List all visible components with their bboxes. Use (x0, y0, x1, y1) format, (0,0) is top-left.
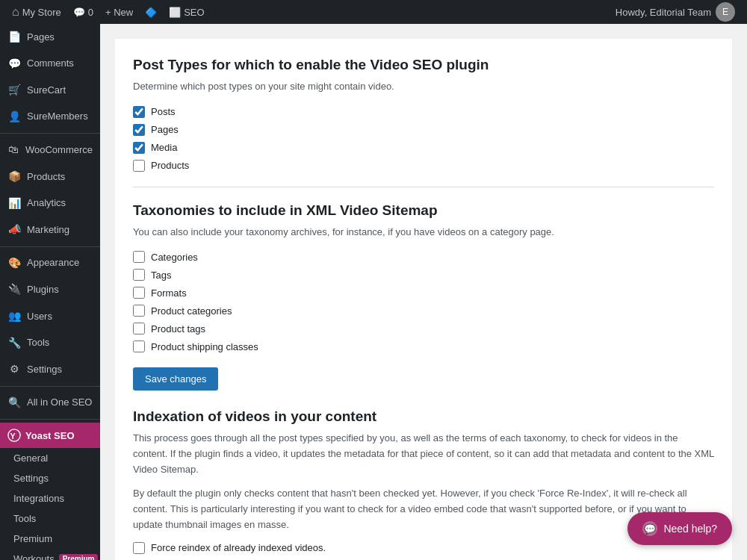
submenu-integrations[interactable]: Integrations (0, 488, 100, 508)
submenu-label: Tools (13, 513, 36, 524)
submenu-tools[interactable]: Tools (0, 508, 100, 529)
section-divider1 (133, 187, 714, 187)
suremembers-icon: 👤 (7, 110, 21, 125)
sidebar-item-appearance[interactable]: 🎨 Appearance (0, 250, 100, 277)
sidebar-label: SureMembers (27, 110, 88, 123)
checkbox-media-input[interactable] (133, 142, 145, 154)
checkbox-products[interactable]: Products (133, 160, 714, 172)
checkbox-formats[interactable]: Formats (133, 287, 714, 299)
sidebar-item-tools[interactable]: 🔧 Tools (0, 330, 100, 357)
save-changes-button[interactable]: Save changes (133, 367, 218, 391)
checkbox-media[interactable]: Media (133, 142, 714, 154)
submenu-label: Settings (13, 473, 49, 484)
sidebar-item-analytics[interactable]: 📊 Analytics (0, 190, 100, 217)
checkbox-posts-input[interactable] (133, 106, 145, 118)
sidebar-label: Users (27, 310, 52, 323)
taxonomies-checkboxes: Categories Tags Formats Product categori… (133, 251, 714, 352)
sidebar-label: Settings (27, 363, 62, 376)
checkbox-pages[interactable]: Pages (133, 124, 714, 136)
wp-icon: ⌂ (12, 5, 19, 19)
sidebar-label: WooCommerce (25, 143, 93, 157)
need-help-button[interactable]: 💬 Need help? (627, 512, 732, 545)
indexation-title: Indexation of videos in your content (133, 408, 714, 425)
sidebar-label: Pages (27, 31, 55, 44)
checkbox-product-tags[interactable]: Product tags (133, 323, 714, 335)
submenu-general[interactable]: General (0, 448, 100, 468)
sidebar-item-settings[interactable]: ⚙ Settings (0, 356, 100, 383)
adminbar-new[interactable]: + New (99, 0, 139, 24)
comments-count: 0 (88, 7, 93, 18)
indexation-para1: This process goes through all the post t… (133, 431, 714, 477)
settings-icon: ⚙ (7, 362, 21, 377)
main-content: Post Types for which to enable the Video… (100, 24, 747, 560)
adminbar-howdy[interactable]: Howdy, Editorial Team E (610, 2, 741, 22)
indexation-section: Indexation of videos in your content Thi… (133, 408, 714, 560)
sidebar-item-plugins[interactable]: 🔌 Plugins (0, 276, 100, 303)
sidebar-label: Products (27, 170, 65, 184)
submenu-settings[interactable]: Settings (0, 468, 100, 488)
sidebar-item-surecart[interactable]: 🛒 SureCart (0, 77, 100, 104)
menu-sep2 (0, 246, 100, 247)
sidebar-item-comments[interactable]: 💬 Comments (0, 51, 100, 78)
sidebar-item-marketing[interactable]: 📣 Marketing (0, 217, 100, 243)
woo-icon: 🛍 (7, 143, 19, 158)
adminbar-comments[interactable]: 💬 0 (67, 0, 99, 24)
force-reindex-input[interactable] (133, 542, 145, 554)
checkbox-categories[interactable]: Categories (133, 251, 714, 263)
menu-sep (0, 133, 100, 134)
yoast-label: Yoast SEO (25, 430, 75, 441)
force-reindex-checkbox[interactable]: Force reindex of already indexed videos. (133, 542, 714, 554)
sidebar-item-aioseo[interactable]: 🔍 All in One SEO (0, 390, 100, 417)
admin-bar: ⌂ My Store 💬 0 + New 🔷 ⬜ SEO Howdy, Edit… (0, 0, 747, 24)
sidebar-label: Analytics (27, 196, 66, 210)
sidebar-item-products[interactable]: 📦 Products (0, 164, 100, 190)
adminbar-site[interactable]: ⌂ My Store (6, 0, 67, 24)
checkbox-shipping-classes-input[interactable] (133, 340, 145, 352)
menu-sep3 (0, 386, 100, 387)
checkbox-label: Pages (151, 124, 179, 135)
submenu-workouts[interactable]: Workouts Premium (0, 549, 100, 560)
sidebar: 📄 Pages 💬 Comments 🛒 SureCart 👤 SureMemb… (0, 24, 100, 560)
checkbox-shipping-classes[interactable]: Product shipping classes (133, 340, 714, 352)
sidebar-label: SureCart (27, 84, 66, 97)
checkbox-products-input[interactable] (133, 160, 145, 172)
premium-badge: Premium (59, 554, 99, 560)
appearance-icon: 🎨 (7, 256, 21, 271)
sidebar-item-suremembers[interactable]: 👤 SureMembers (0, 104, 100, 131)
settings-card: Post Types for which to enable the Video… (115, 39, 732, 560)
checkbox-label: Tags (151, 270, 171, 281)
checkbox-formats-input[interactable] (133, 287, 145, 299)
submenu-label: Workouts (13, 553, 55, 560)
checkbox-categories-input[interactable] (133, 251, 145, 263)
submenu-label: General (13, 452, 48, 464)
checkbox-pages-input[interactable] (133, 124, 145, 136)
howdy-text: Howdy, Editorial Team (616, 7, 711, 18)
svg-text:Y: Y (10, 432, 16, 441)
checkbox-label: Product categories (151, 305, 232, 317)
users-icon: 👥 (7, 309, 21, 324)
checkbox-product-categories[interactable]: Product categories (133, 305, 714, 317)
checkbox-tags-input[interactable] (133, 269, 145, 281)
sidebar-item-woocommerce[interactable]: 🛍 WooCommerce (0, 137, 100, 164)
comments-icon: 💬 (7, 57, 21, 72)
checkbox-tags[interactable]: Tags (133, 269, 714, 281)
sidebar-label: Comments (27, 57, 74, 70)
sidebar-item-users[interactable]: 👥 Users (0, 303, 100, 330)
sidebar-yoast-header[interactable]: Y Yoast SEO (0, 423, 100, 448)
checkbox-product-categories-input[interactable] (133, 305, 145, 317)
adminbar-seo[interactable]: ⬜ SEO (163, 0, 210, 24)
checkbox-product-tags-input[interactable] (133, 323, 145, 335)
plugins-icon: 🔌 (7, 282, 21, 297)
submenu-premium[interactable]: Premium (0, 529, 100, 549)
post-types-checkboxes: Posts Pages Media Products (133, 106, 714, 172)
new-label: + New (105, 7, 133, 18)
sidebar-item-pages[interactable]: 📄 Pages (0, 24, 100, 51)
checkbox-posts[interactable]: Posts (133, 106, 714, 118)
menu-sep4 (0, 419, 100, 420)
user-avatar: E (716, 2, 735, 22)
adminbar-yoast[interactable]: 🔷 (139, 0, 163, 24)
force-reindex-label: Force reindex of already indexed videos. (151, 542, 326, 553)
taxonomies-desc: You can also include your taxonomy archi… (133, 225, 714, 240)
sidebar-label: Appearance (27, 256, 79, 270)
pages-icon: 📄 (7, 30, 21, 45)
